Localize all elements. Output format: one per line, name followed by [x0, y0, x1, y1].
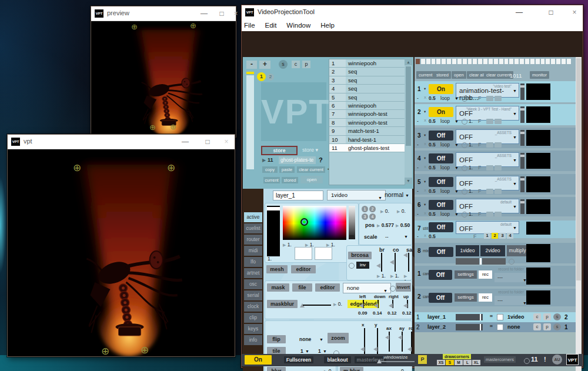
- loop-mode[interactable]: loop: [440, 165, 450, 171]
- speed-value[interactable]: 0.5: [429, 118, 436, 124]
- corner-handle-icon[interactable]: ⊕: [101, 347, 109, 356]
- loop-mode[interactable]: loop: [440, 142, 450, 148]
- corner-handle-icon[interactable]: ⊕: [141, 346, 149, 355]
- channel-caret-icon[interactable]: ▾: [424, 202, 426, 207]
- sidebar-tab-info[interactable]: info: [244, 335, 262, 345]
- layer-c-button[interactable]: c: [533, 323, 541, 330]
- close-button[interactable]: ×: [218, 135, 235, 149]
- preset-cell[interactable]: [473, 59, 477, 64]
- layer-source-dropdown[interactable]: 1video▼: [327, 190, 386, 200]
- preset-minus-button[interactable]: -: [246, 61, 257, 69]
- zoom-button[interactable]: zoom: [328, 333, 349, 343]
- crossfade-handle[interactable]: [480, 258, 482, 265]
- invert-toggle[interactable]: inv: [356, 262, 369, 269]
- record-folder-dropdown[interactable]: ---▼: [495, 296, 529, 305]
- layer-solo-checkbox[interactable]: [497, 324, 503, 330]
- loop-dropdown-icon[interactable]: ▼: [455, 96, 459, 101]
- channel-caret-icon[interactable]: ▾: [424, 109, 426, 114]
- still-page-4[interactable]: 4: [507, 233, 513, 239]
- value-slider-handle[interactable]: [349, 235, 354, 239]
- clip-dropdown-icon[interactable]: ▼: [513, 205, 517, 209]
- loop-mode[interactable]: loop: [440, 211, 450, 217]
- loop-dropdown-icon[interactable]: ▼: [455, 119, 459, 123]
- stored-button[interactable]: stored: [282, 177, 298, 183]
- layer-opacity-handle[interactable]: [480, 314, 481, 320]
- monitor-button[interactable]: monitor: [530, 71, 549, 79]
- record-folder-dropdown[interactable]: ---▼: [495, 273, 529, 282]
- preset-plus-button[interactable]: +: [259, 61, 270, 69]
- preset-row[interactable]: 11ghost-plates-test: [329, 144, 405, 152]
- layer-opacity-slider[interactable]: [456, 314, 483, 320]
- preset-cell[interactable]: [416, 59, 420, 64]
- sidebar-tab-serial[interactable]: serial: [244, 290, 262, 300]
- corner-preset-4[interactable]: 4: [369, 213, 376, 220]
- color-picker[interactable]: [283, 206, 346, 240]
- toolbar-clear-current[interactable]: clear current: [484, 71, 513, 79]
- preview-titlebar[interactable]: VPT preview — □ ×: [91, 6, 236, 21]
- color-swatch-2[interactable]: [315, 247, 332, 260]
- channel-level-slider[interactable]: [520, 199, 524, 214]
- menu-edit[interactable]: Edit: [263, 22, 279, 29]
- preset-cell[interactable]: [536, 59, 540, 64]
- mask-file-button[interactable]: file: [292, 283, 312, 292]
- crossfade-a[interactable]: [456, 258, 479, 265]
- au-button[interactable]: AU: [552, 355, 562, 365]
- channel-caret-icon[interactable]: ▾: [424, 156, 426, 161]
- sidebar-tab-cuelist[interactable]: cuelist: [244, 223, 262, 233]
- corner-preset-3[interactable]: 3: [362, 213, 368, 220]
- size-chip-XL[interactable]: XL: [472, 360, 480, 365]
- store-button[interactable]: store: [261, 146, 298, 155]
- loop-opt-chip[interactable]: [486, 142, 493, 148]
- loop-radio[interactable]: [462, 96, 467, 102]
- loop-opt-chip[interactable]: [495, 119, 502, 124]
- channel-level-slider[interactable]: [520, 130, 524, 146]
- toolbar-current[interactable]: current: [416, 71, 435, 79]
- size-chip-M[interactable]: M: [455, 360, 463, 365]
- tile-x-dropdown-icon[interactable]: ▼: [305, 349, 309, 353]
- still-page-3[interactable]: 3: [499, 233, 506, 239]
- drawcorners-toggle[interactable]: drawcorners: [443, 354, 471, 359]
- tile-y-dropdown[interactable]: 1: [318, 348, 321, 354]
- blur-button[interactable]: blur: [267, 367, 286, 371]
- clip-dropdown-icon[interactable]: ▼: [513, 226, 517, 230]
- corner-handle-icon[interactable]: ⊕: [149, 123, 156, 132]
- scale-dropdown-icon[interactable]: ▼: [404, 235, 408, 239]
- minimize-button[interactable]: —: [511, 5, 527, 19]
- preset-cell[interactable]: [468, 59, 472, 64]
- value-slider[interactable]: [349, 206, 355, 239]
- preset-cell[interactable]: [509, 59, 513, 64]
- preset-cell[interactable]: [514, 59, 519, 64]
- layer-opacity-handle[interactable]: [480, 324, 481, 330]
- mesh-button[interactable]: mesh: [266, 265, 288, 273]
- preset-cell[interactable]: [494, 59, 498, 64]
- nudge-x-value[interactable]: ▶ 0.: [380, 208, 389, 214]
- speed-value[interactable]: 0.5: [429, 211, 436, 217]
- layer-solo-checkbox[interactable]: [497, 314, 503, 320]
- nudge-y-value[interactable]: ▶ 0.: [397, 208, 406, 214]
- loop-minus[interactable]: -: [417, 142, 419, 148]
- main-scrollbar[interactable]: [576, 57, 582, 371]
- tile-y-dropdown-icon[interactable]: ▼: [323, 349, 327, 353]
- vpt-titlebar[interactable]: VPT vpt — □ ×: [8, 135, 235, 149]
- loop-radio[interactable]: [462, 212, 467, 218]
- sidebar-tab-active[interactable]: active: [244, 212, 262, 222]
- preset-row[interactable]: 8winniepooh-test: [329, 119, 405, 127]
- loop-count[interactable]: 1.: [469, 211, 473, 217]
- layer-opacity-slider[interactable]: [456, 324, 483, 330]
- preset-cell[interactable]: [489, 59, 493, 64]
- preset-cell[interactable]: [478, 59, 482, 64]
- maskblur-slider[interactable]: [303, 305, 331, 306]
- loop-radio[interactable]: [462, 189, 467, 195]
- scroll-up-icon[interactable]: ▲: [405, 59, 412, 65]
- scale-value[interactable]: --: [385, 234, 389, 240]
- speed-value[interactable]: 0.5: [429, 188, 436, 194]
- loop-radio[interactable]: [462, 142, 467, 148]
- channel-level-slider[interactable]: [520, 83, 524, 100]
- preset-cell[interactable]: [499, 59, 503, 64]
- clip-dropdown-icon[interactable]: ▼: [513, 135, 517, 139]
- preset-cell[interactable]: [562, 59, 566, 64]
- open-button[interactable]: open: [300, 176, 323, 183]
- loop-opt-chip[interactable]: [495, 189, 502, 194]
- help-button[interactable]: ?: [319, 156, 323, 163]
- layer-s-button[interactable]: s: [553, 313, 561, 320]
